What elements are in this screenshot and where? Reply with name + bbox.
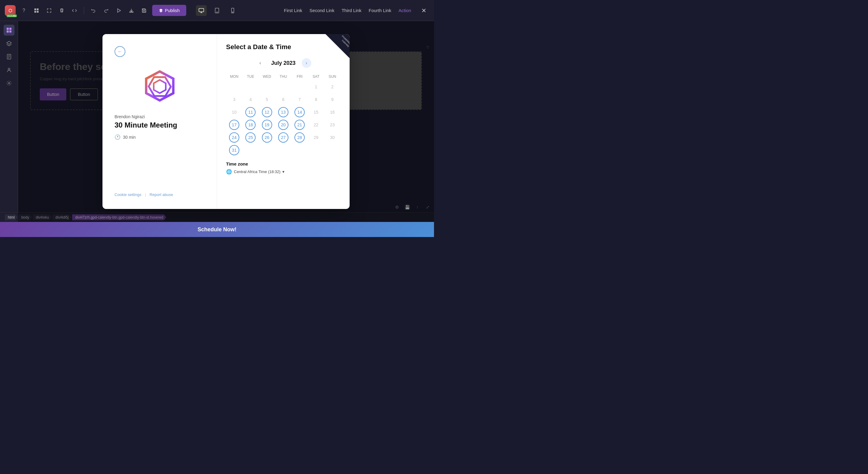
calendar-day[interactable]: 14 — [294, 107, 305, 117]
svg-rect-0 — [34, 8, 36, 10]
timezone-dropdown-icon: ▾ — [282, 170, 284, 174]
calendar-day[interactable]: 17 — [229, 120, 239, 130]
calendar-day[interactable]: 12 — [262, 107, 272, 117]
calendar-cell — [324, 144, 341, 156]
mobile-device-btn[interactable] — [227, 5, 238, 16]
calendar-nav: ‹ July 2023 › — [226, 58, 341, 68]
nav-link-second[interactable]: Second Link — [310, 8, 335, 13]
breadcrumb-crumb[interactable]: html — [5, 214, 18, 220]
calendar-day[interactable]: 21 — [294, 120, 305, 130]
calendar-cell: 28 — [291, 131, 308, 144]
calendar-cell: 27 — [275, 131, 291, 144]
calendar-day: 23 — [327, 120, 338, 130]
calendar-cell: 1 — [308, 81, 324, 93]
calendar-week-row: 17181920212223 — [226, 119, 341, 131]
sidebar-item-pages[interactable] — [4, 51, 14, 62]
sidebar-item-users[interactable] — [4, 64, 14, 76]
svg-rect-1 — [37, 8, 38, 10]
prev-month-button[interactable]: ‹ — [255, 58, 265, 68]
sidebar-item-settings[interactable] — [4, 78, 14, 89]
calendar-cell: 14 — [291, 106, 308, 119]
calendar-cell: 31 — [226, 144, 242, 156]
next-month-button[interactable]: › — [302, 58, 311, 68]
calendar-cell: 9 — [324, 93, 341, 106]
timezone-label: Time zone — [226, 161, 341, 167]
left-sidebar — [0, 21, 18, 222]
calendar-cell — [275, 144, 291, 156]
calendar-cell: 8 — [308, 93, 324, 106]
help-icon[interactable]: ? — [19, 6, 28, 15]
export-icon[interactable] — [127, 6, 136, 15]
calendar-day[interactable]: 13 — [278, 107, 288, 117]
calendar-day[interactable]: 25 — [245, 132, 255, 143]
calendar-day: 10 — [229, 107, 239, 117]
redo-icon[interactable] — [101, 6, 111, 15]
toolbar: ⬡ V1.0.44b ? — [0, 0, 434, 21]
meeting-title: 30 Minute Meeting — [115, 121, 205, 129]
fullscreen-icon[interactable] — [44, 6, 54, 15]
modal-right-panel: POWERED BY Calendly Select a Date & Time… — [217, 34, 350, 209]
col-sat: SAT — [308, 73, 324, 81]
timezone-selector[interactable]: 🌐 Central Africa Time (18:32) ▾ — [226, 169, 341, 175]
svg-rect-5 — [130, 12, 133, 12]
cookie-settings-link[interactable]: Cookie settings — [115, 192, 141, 197]
svg-rect-8 — [199, 8, 204, 12]
svg-rect-6 — [143, 11, 145, 12]
calendar-cell: 18 — [242, 119, 258, 131]
code-icon[interactable] — [70, 6, 79, 15]
save-icon[interactable] — [140, 6, 149, 15]
calendar-cell: 30 — [324, 131, 341, 144]
svg-point-12 — [232, 12, 233, 12]
nav-action[interactable]: Action — [398, 8, 411, 13]
sidebar-item-grid[interactable] — [4, 25, 14, 36]
logo-icon[interactable]: ⬡ V1.0.44b — [5, 5, 16, 16]
calendar-cell: 3 — [226, 93, 242, 106]
back-button[interactable]: ← — [115, 46, 125, 57]
nav-link-third[interactable]: Third Link — [341, 8, 361, 13]
calendly-modal: ← — [102, 34, 350, 209]
calendar-day[interactable]: 24 — [229, 132, 239, 143]
calendar-cell — [242, 81, 258, 93]
footer-separator: | — [145, 192, 146, 197]
col-thu: THU — [275, 73, 291, 81]
nav-link-first[interactable]: First Link — [284, 8, 302, 13]
calendar-day[interactable]: 11 — [245, 107, 255, 117]
col-sun: SUN — [324, 73, 341, 81]
calendar-day[interactable]: 28 — [294, 132, 305, 143]
calendar-cell: 12 — [259, 106, 275, 119]
svg-point-20 — [8, 83, 10, 84]
schedule-button[interactable]: Schedule Now! — [0, 222, 434, 237]
calendar-day[interactable]: 31 — [229, 145, 239, 155]
calendar-week-row: 3456789 — [226, 93, 341, 106]
calendar-cell: 13 — [275, 106, 291, 119]
calendar-day: 2 — [327, 82, 338, 92]
modal-footer: Cookie settings | Report abuse — [115, 192, 205, 197]
calendly-logo — [142, 69, 178, 105]
close-button[interactable]: ✕ — [418, 5, 429, 16]
col-tue: TUE — [242, 73, 258, 81]
calendar-day[interactable]: 19 — [262, 120, 272, 130]
play-icon[interactable] — [114, 6, 123, 15]
calendar-cell: 24 — [226, 131, 242, 144]
calendar-cell: 19 — [259, 119, 275, 131]
calendar-day[interactable]: 20 — [278, 120, 288, 130]
globe-icon: 🌐 — [226, 169, 232, 175]
svg-marker-17 — [7, 41, 11, 44]
calendar-day: 22 — [311, 120, 321, 130]
tablet-device-btn[interactable] — [212, 5, 222, 16]
report-abuse-link[interactable]: Report abuse — [150, 192, 173, 197]
calendar-day[interactable]: 26 — [262, 132, 272, 143]
nav-link-fourth[interactable]: Fourth Link — [369, 8, 391, 13]
grid-icon[interactable] — [32, 6, 41, 15]
sidebar-item-layers[interactable] — [4, 38, 14, 49]
calendar-day: 3 — [229, 94, 239, 105]
calendar-cell: 25 — [242, 131, 258, 144]
calendar-week-row: 12 — [226, 81, 341, 93]
desktop-device-btn[interactable] — [196, 5, 207, 16]
delete-icon[interactable] — [57, 6, 66, 15]
calendar-day[interactable]: 27 — [278, 132, 288, 143]
calendar-day[interactable]: 18 — [245, 120, 255, 130]
undo-icon[interactable] — [89, 6, 98, 15]
publish-button[interactable]: Publish — [152, 5, 186, 16]
calendar-day: 6 — [278, 94, 288, 105]
